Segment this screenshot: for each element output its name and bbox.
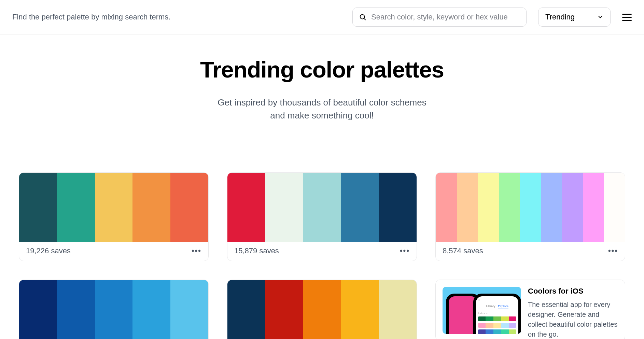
promo-title: Coolors for iOS [528,287,618,296]
promo-card[interactable]: < LibraryExplore Latest ▾ Coolors for iO… [435,280,625,339]
swatch[interactable] [19,173,57,242]
swatch[interactable] [227,280,265,339]
swatch[interactable] [132,173,170,242]
phone-mock-icon: < LibraryExplore Latest ▾ [473,294,521,334]
saves-count: 19,226 saves [26,246,71,255]
palette-card[interactable]: 19,226 saves ••• [19,172,209,261]
more-icon[interactable]: ••• [400,246,410,255]
sort-label: Trending [545,13,575,22]
swatch[interactable] [170,280,208,339]
palette-swatches [227,173,417,242]
search-input[interactable] [371,13,520,22]
palette-swatches [19,173,208,242]
menu-icon[interactable] [622,12,632,22]
swatch[interactable] [562,173,583,242]
swatch[interactable] [303,173,341,242]
swatch[interactable] [265,280,303,339]
saves-count: 8,574 saves [443,246,483,255]
palette-card[interactable]: 15,879 saves ••• [227,172,417,261]
search-box[interactable] [352,8,527,27]
swatch[interactable] [170,173,208,242]
page-title: Trending color palettes [0,56,644,83]
promo-body: The essential app for every designer. Ge… [528,300,618,339]
swatch[interactable] [341,173,379,242]
more-icon[interactable]: ••• [192,246,201,255]
palette-swatches [436,173,625,242]
topbar: Find the perfect palette by mixing searc… [0,0,644,34]
swatch[interactable] [478,173,499,242]
swatch[interactable] [57,280,95,339]
swatch[interactable] [95,173,133,242]
palette-card[interactable] [227,280,417,339]
page-subtitle: Get inspired by thousands of beautiful c… [213,96,431,122]
swatch[interactable] [379,173,417,242]
chevron-down-icon [597,14,603,20]
saves-count: 15,879 saves [234,246,279,255]
swatch[interactable] [457,173,478,242]
swatch[interactable] [19,280,57,339]
swatch[interactable] [520,173,541,242]
topbar-hint: Find the perfect palette by mixing searc… [12,13,352,22]
swatch[interactable] [379,280,417,339]
hero: Trending color palettes Get inspired by … [0,34,644,122]
swatch[interactable] [95,280,133,339]
more-icon[interactable]: ••• [608,246,618,255]
swatch[interactable] [499,173,520,242]
swatch[interactable] [583,173,604,242]
search-icon [359,13,366,21]
swatch[interactable] [436,173,457,242]
swatch[interactable] [132,280,170,339]
swatch[interactable] [227,173,265,242]
sort-dropdown[interactable]: Trending [538,8,611,27]
swatch[interactable] [303,280,341,339]
promo-text: Coolors for iOS The essential app for ev… [528,287,618,334]
svg-line-1 [364,18,365,20]
palette-grid: 19,226 saves ••• 15,879 saves ••• [0,122,644,339]
swatch[interactable] [341,280,379,339]
palette-card[interactable] [19,280,209,339]
swatch[interactable] [265,173,303,242]
swatch[interactable] [57,173,95,242]
palette-swatches [227,280,417,339]
promo-image: < LibraryExplore Latest ▾ [443,287,521,334]
palette-card[interactable]: 8,574 saves ••• [435,172,625,261]
swatch[interactable] [604,173,625,242]
swatch[interactable] [541,173,562,242]
palette-swatches [19,280,208,339]
